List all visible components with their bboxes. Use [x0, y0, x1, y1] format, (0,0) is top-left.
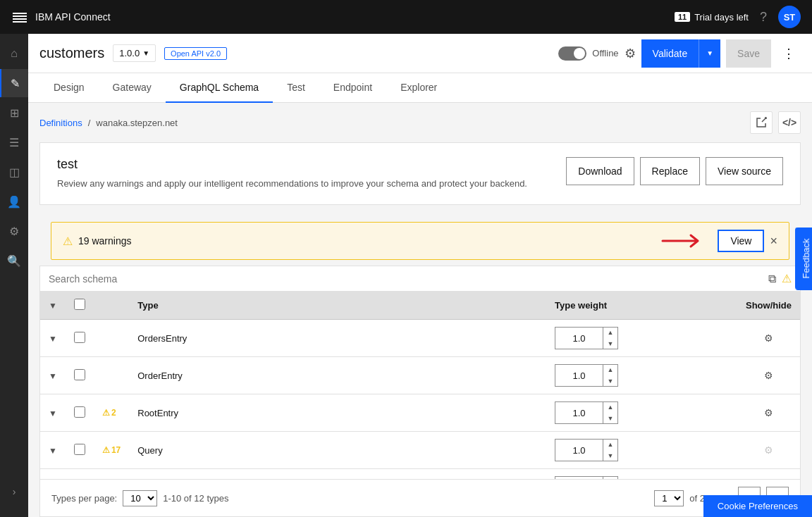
type-name: OrderEntry	[137, 370, 183, 381]
weight-up-button[interactable]: ▲	[603, 364, 617, 375]
edit-external-svg	[756, 117, 767, 128]
cookie-preferences-button[interactable]: Cookie Preferences	[703, 495, 812, 517]
svg-rect-1	[13, 15, 27, 17]
sidebar-item-document[interactable]: ☰	[0, 128, 28, 156]
row-expand-icon[interactable]: ▼	[49, 334, 57, 344]
tabs: Design Gateway GraphQL Schema Test Endpo…	[28, 73, 812, 103]
table-row: ▼ OrdersEntry 1.0	[40, 320, 800, 357]
sidebar-item-settings[interactable]: ⚙	[0, 217, 28, 245]
offline-toggle[interactable]	[558, 46, 586, 61]
weight-down-button[interactable]: ▼	[603, 375, 617, 387]
sub-header: customers 1.0.0 ▼ Open API v2.0 Offline …	[28, 34, 812, 73]
tab-endpoint[interactable]: Endpoint	[319, 73, 386, 103]
sidebar-expand-icon[interactable]: ›	[0, 478, 28, 506]
table-section: ⧉ ⚠ ▼	[39, 266, 801, 517]
showhide-gear-icon[interactable]: ⚙	[764, 332, 773, 344]
weight-down-button[interactable]: ▼	[603, 450, 617, 461]
weight-spinner[interactable]: 1.0 ▲ ▼	[555, 327, 618, 349]
validate-button[interactable]: Validate	[641, 39, 699, 68]
view-source-button[interactable]: View source	[706, 157, 783, 185]
more-options-button[interactable]: ⋮	[777, 40, 801, 67]
weight-down-button[interactable]: ▼	[603, 413, 617, 424]
weight-spinner[interactable]: 1.0 ▲ ▼	[555, 401, 618, 424]
sidebar-item-users[interactable]: 👤	[0, 187, 28, 216]
sidebar-item-edit[interactable]: ✎	[0, 69, 28, 97]
col-showhide-header: Show/hide	[737, 292, 800, 320]
table-wrap: ▼ Type Type weight	[40, 292, 800, 479]
offline-toggle-group: Offline	[558, 46, 618, 61]
weight-spinner[interactable]: 1.0 ▲ ▼	[555, 439, 618, 461]
weight-up-button[interactable]: ▲	[603, 327, 617, 338]
warning-icon: ⚠	[102, 445, 110, 455]
weight-spinner[interactable]: 1.0 ▲ ▼	[555, 476, 618, 479]
sidebar-item-search[interactable]: 🔍	[0, 247, 28, 275]
version-select[interactable]: 1.0.0 ▼	[113, 44, 156, 62]
weight-spinner[interactable]: 1.0 ▲ ▼	[555, 364, 618, 387]
row-checkbox[interactable]	[74, 369, 85, 380]
content-area: Definitions / wanaka.stepzen.net </>	[28, 103, 812, 517]
page-select[interactable]: 1 2	[654, 490, 684, 506]
tab-explorer[interactable]: Explorer	[386, 73, 451, 103]
sidebar-item-apps[interactable]: ⊞	[0, 99, 28, 127]
replace-button[interactable]: Replace	[640, 157, 700, 185]
feedback-tab[interactable]: Feedback	[795, 227, 812, 289]
avatar[interactable]: ST	[778, 6, 801, 28]
code-icon[interactable]: </>	[778, 111, 801, 134]
svg-rect-3	[13, 21, 27, 23]
showhide-gear-icon[interactable]: ⚙	[764, 370, 773, 381]
edit-external-icon[interactable]	[750, 111, 773, 134]
row-warn-cell	[94, 320, 129, 357]
weight-up-button[interactable]: ▲	[603, 476, 617, 479]
svg-rect-0	[13, 13, 27, 14]
weight-value: 1.0	[555, 445, 603, 456]
warnings-view-button[interactable]: View	[718, 230, 764, 252]
expand-all-icon[interactable]: ▼	[49, 301, 57, 311]
row-expand-icon[interactable]: ▼	[49, 446, 57, 456]
tab-design[interactable]: Design	[39, 73, 99, 103]
type-name: Query	[137, 445, 162, 456]
types-per-page-label: Types per page:	[51, 493, 117, 504]
type-column-label: Type	[137, 300, 158, 311]
warning-filter-icon[interactable]: ⚠	[782, 272, 792, 285]
row-check-cell	[66, 320, 94, 357]
warning-icon: ⚠	[63, 235, 73, 248]
type-name: RootEntry	[137, 408, 178, 418]
sidebar-item-chart[interactable]: ◫	[0, 158, 28, 186]
version-chevron-icon: ▼	[142, 49, 149, 57]
save-button[interactable]: Save	[726, 39, 771, 68]
row-expand-icon[interactable]: ▼	[49, 371, 57, 381]
warnings-right: View ×	[656, 230, 777, 252]
validate-dropdown-button[interactable]: ▼	[699, 39, 720, 68]
tab-test[interactable]: Test	[273, 73, 319, 103]
search-input[interactable]	[49, 273, 768, 285]
warnings-count: 19 warnings	[78, 235, 132, 247]
schema-actions: Download Replace View source	[566, 157, 783, 185]
filter-icon[interactable]: ⧉	[768, 273, 776, 285]
row-checkbox[interactable]	[74, 444, 85, 455]
showhide-gear-icon[interactable]: ⚙	[764, 407, 773, 418]
settings-icon[interactable]: ⚙	[625, 46, 636, 61]
table-toolbar: ⧉ ⚠	[40, 266, 800, 292]
validate-chevron-icon: ▼	[706, 49, 713, 57]
row-warning-badge: ⚠ 2	[102, 408, 121, 418]
weight-down-button[interactable]: ▼	[603, 338, 617, 349]
row-expand-icon[interactable]: ▼	[49, 409, 57, 418]
select-all-checkbox[interactable]	[74, 299, 85, 310]
sidebar-item-home[interactable]: ⌂	[0, 39, 28, 68]
row-checkbox[interactable]	[74, 406, 85, 418]
breadcrumb-parent-link[interactable]: Definitions	[39, 118, 82, 128]
schema-info: test Review any warnings and apply our i…	[57, 157, 527, 190]
topbar-left: IBM API Connect	[11, 8, 111, 25]
download-button[interactable]: Download	[566, 157, 634, 185]
page-size-select[interactable]: 10 25 50	[123, 490, 157, 506]
ibm-logo-icon	[11, 8, 28, 25]
weight-up-button[interactable]: ▲	[603, 401, 617, 413]
tab-gateway[interactable]: Gateway	[99, 73, 166, 103]
weight-up-button[interactable]: ▲	[603, 439, 617, 450]
tab-graphql-schema[interactable]: GraphQL Schema	[166, 73, 273, 103]
warnings-banner: ⚠ 19 warnings View ×	[51, 222, 789, 260]
row-checkbox[interactable]	[74, 332, 85, 343]
svg-rect-2	[13, 18, 27, 20]
help-icon[interactable]: ?	[760, 10, 767, 25]
warnings-close-button[interactable]: ×	[770, 234, 777, 249]
